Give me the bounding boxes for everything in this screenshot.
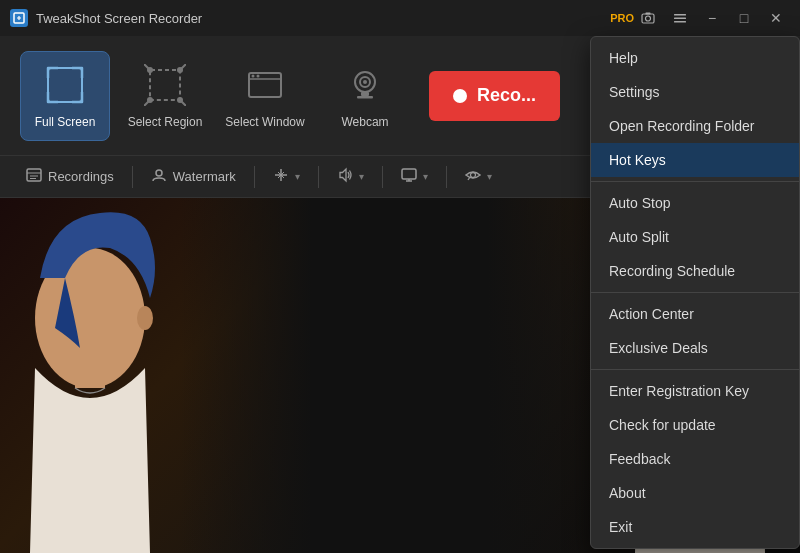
- svg-point-20: [257, 74, 260, 77]
- menu-item-hot-keys[interactable]: Hot Keys: [591, 143, 799, 177]
- chevron-down-icon-4: ▾: [487, 171, 492, 182]
- svg-rect-1: [642, 14, 654, 23]
- svg-point-19: [252, 74, 255, 77]
- monitor-button[interactable]: ▾: [391, 163, 438, 190]
- menu-divider-3: [591, 369, 799, 370]
- menu-icon-btn[interactable]: [666, 4, 694, 32]
- svg-point-13: [147, 67, 153, 73]
- eye-icon: [465, 167, 481, 186]
- select-window-label: Select Window: [225, 115, 304, 129]
- svg-rect-8: [150, 70, 180, 100]
- svg-point-42: [137, 306, 153, 330]
- select-region-icon: [143, 63, 187, 107]
- svg-rect-7: [48, 68, 82, 102]
- record-label: Reco...: [477, 85, 536, 106]
- svg-rect-26: [27, 169, 41, 181]
- speaker-icon: [337, 167, 353, 186]
- select-window-icon: [243, 63, 287, 107]
- record-button[interactable]: Reco...: [429, 71, 560, 121]
- svg-point-15: [177, 97, 183, 103]
- window-controls: − □ ✕: [634, 4, 790, 32]
- svg-point-23: [363, 80, 367, 84]
- menu-item-about[interactable]: About: [591, 476, 799, 510]
- menu-item-feedback[interactable]: Feedback: [591, 442, 799, 476]
- webcam-label: Webcam: [341, 115, 388, 129]
- toolbar2-separator-3: [318, 166, 319, 188]
- crosshair-icon: [273, 167, 289, 186]
- toolbar2-separator-5: [446, 166, 447, 188]
- recordings-icon: [26, 167, 42, 186]
- camera-icon-btn[interactable]: [634, 4, 662, 32]
- svg-point-30: [156, 170, 162, 176]
- menu-item-recording-schedule[interactable]: Recording Schedule: [591, 254, 799, 288]
- crosshair-button[interactable]: ▾: [263, 163, 310, 190]
- menu-item-auto-stop[interactable]: Auto Stop: [591, 186, 799, 220]
- svg-rect-3: [646, 13, 651, 15]
- menu-item-exclusive-deals[interactable]: Exclusive Deals: [591, 331, 799, 365]
- toolbar2-separator-1: [132, 166, 133, 188]
- menu-item-settings[interactable]: Settings: [591, 75, 799, 109]
- close-icon: ✕: [770, 10, 782, 26]
- svg-rect-24: [361, 92, 369, 96]
- recordings-label: Recordings: [48, 169, 114, 184]
- app-logo: [10, 9, 28, 27]
- chevron-down-icon-1: ▾: [295, 171, 300, 182]
- title-bar: TweakShot Screen Recorder PRO − □ ✕: [0, 0, 800, 36]
- recordings-button[interactable]: Recordings: [16, 163, 124, 190]
- full-screen-button[interactable]: Full Screen: [20, 51, 110, 141]
- svg-point-2: [646, 16, 651, 21]
- close-button[interactable]: ✕: [762, 4, 790, 32]
- svg-point-38: [470, 173, 475, 178]
- maximize-button[interactable]: □: [730, 4, 758, 32]
- watermark-button[interactable]: Watermark: [141, 163, 246, 190]
- menu-item-enter-registration-key[interactable]: Enter Registration Key: [591, 374, 799, 408]
- select-window-button[interactable]: Select Window: [220, 51, 310, 141]
- menu-item-check-for-update[interactable]: Check for update: [591, 408, 799, 442]
- maximize-icon: □: [740, 10, 748, 26]
- minimize-button[interactable]: −: [698, 4, 726, 32]
- svg-rect-25: [357, 96, 373, 99]
- svg-rect-41: [75, 363, 105, 388]
- toolbar2-separator-2: [254, 166, 255, 188]
- webcam-icon: [343, 63, 387, 107]
- select-region-button[interactable]: Select Region: [120, 51, 210, 141]
- audio-button[interactable]: ▾: [327, 163, 374, 190]
- dropdown-menu: Help Settings Open Recording Folder Hot …: [590, 36, 800, 549]
- svg-rect-4: [674, 14, 686, 16]
- menu-item-action-center[interactable]: Action Center: [591, 297, 799, 331]
- chevron-down-icon-3: ▾: [423, 171, 428, 182]
- svg-rect-6: [674, 21, 686, 23]
- watermark-label: Watermark: [173, 169, 236, 184]
- watermark-icon: [151, 167, 167, 186]
- menu-item-help[interactable]: Help: [591, 41, 799, 75]
- svg-point-16: [147, 97, 153, 103]
- menu-item-auto-split[interactable]: Auto Split: [591, 220, 799, 254]
- full-screen-label: Full Screen: [35, 115, 96, 129]
- app-title: TweakShot Screen Recorder: [36, 11, 604, 26]
- menu-item-exit[interactable]: Exit: [591, 510, 799, 544]
- svg-rect-35: [402, 169, 416, 179]
- full-screen-icon: [43, 63, 87, 107]
- chevron-down-icon-2: ▾: [359, 171, 364, 182]
- pro-badge: PRO: [610, 12, 634, 24]
- toolbar2-separator-4: [382, 166, 383, 188]
- record-dot-icon: [453, 89, 467, 103]
- svg-rect-5: [674, 18, 686, 20]
- visibility-button[interactable]: ▾: [455, 163, 502, 190]
- menu-divider-1: [591, 181, 799, 182]
- minimize-icon: −: [708, 10, 716, 26]
- menu-divider-2: [591, 292, 799, 293]
- monitor-icon: [401, 167, 417, 186]
- menu-item-open-recording-folder[interactable]: Open Recording Folder: [591, 109, 799, 143]
- webcam-button[interactable]: Webcam: [320, 51, 410, 141]
- svg-point-14: [177, 67, 183, 73]
- select-region-label: Select Region: [128, 115, 203, 129]
